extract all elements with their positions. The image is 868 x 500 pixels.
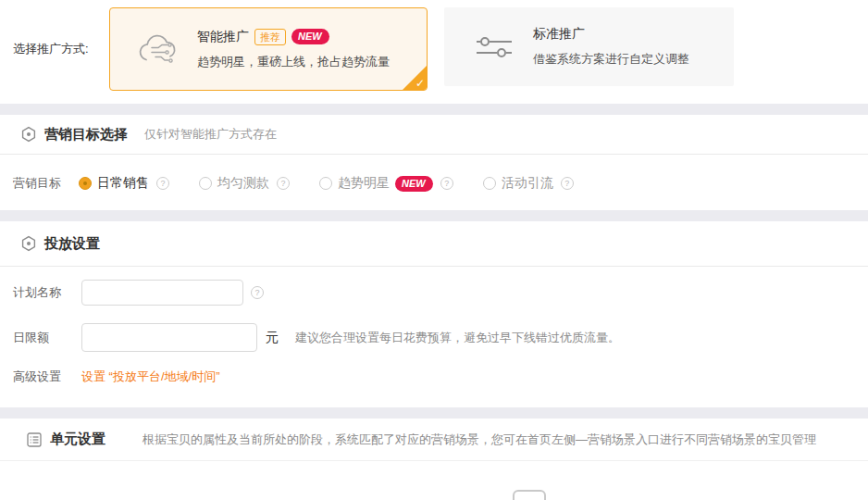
promo-card-smart[interactable]: 智能推广 推荐 NEW 趋势明星，重磅上线，抢占趋势流量 ✓: [109, 7, 428, 91]
check-icon: ✓: [415, 77, 425, 90]
advanced-settings-link[interactable]: 设置 “投放平台/地域/时间”: [81, 369, 220, 385]
smart-card-title: 智能推广: [197, 29, 249, 45]
advanced-settings-row: 高级设置 设置 “投放平台/地域/时间”: [13, 369, 220, 385]
section-divider-band: [0, 104, 868, 115]
campaign-setup-page: 选择推广方式: 智能推广 推荐 NEW 趋势明星，重磅上线，抢占趋势流量 ✓: [0, 0, 868, 500]
promo-method-label: 选择推广方式:: [13, 41, 89, 57]
promo-card-standard[interactable]: 标准推广 借鉴系统方案进行自定义调整: [444, 7, 734, 86]
image-placeholder-partial: [513, 490, 546, 500]
list-icon: [26, 431, 43, 448]
advanced-settings-label: 高级设置: [13, 369, 81, 385]
currency-unit-label: 元: [266, 330, 279, 346]
goal-row-label: 营销目标: [13, 175, 79, 192]
goal-option-event-traffic[interactable]: 活动引流: [483, 175, 574, 192]
delivery-section-title: 投放设置: [44, 235, 100, 253]
goal-section-header: 营销目标选择 仅针对智能推广方式存在: [0, 115, 868, 155]
daily-limit-row: 日限额 元 建议您合理设置每日花费预算，避免过早下线错过优质流量。: [13, 323, 620, 352]
goal-option-daily-sales[interactable]: 日常销售: [79, 175, 169, 192]
radio-selected-icon[interactable]: [79, 177, 92, 190]
radio-icon[interactable]: [319, 177, 332, 190]
plan-name-input[interactable]: [81, 280, 243, 306]
hexagon-target-icon: [20, 126, 37, 143]
new-badge: NEW: [291, 29, 329, 44]
delivery-section-header: 投放设置: [0, 221, 868, 267]
radio-icon[interactable]: [199, 177, 212, 190]
goal-section-note: 仅针对智能推广方式存在: [144, 126, 277, 143]
goal-option-trend-star[interactable]: 趋势明星 NEW: [319, 175, 453, 192]
smart-cloud-icon: [134, 31, 179, 68]
sliders-icon: [474, 33, 515, 61]
daily-limit-hint: 建议您合理设置每日花费预算，避免过早下线错过优质流量。: [295, 330, 620, 346]
plan-name-row: 计划名称: [13, 280, 264, 306]
daily-limit-input[interactable]: [81, 323, 257, 352]
question-circle-icon[interactable]: [156, 177, 169, 190]
question-circle-icon[interactable]: [277, 177, 290, 190]
question-circle-icon[interactable]: [251, 286, 264, 299]
unit-section-header: 单元设置 根据宝贝的属性及当前所处的阶段，系统匹配了对应的营销场景，您可在首页左…: [0, 419, 868, 461]
plan-name-label: 计划名称: [13, 284, 81, 301]
goal-section-title: 营销目标选择: [44, 126, 128, 144]
radio-icon[interactable]: [483, 177, 496, 190]
daily-limit-label: 日限额: [13, 330, 81, 346]
question-circle-icon[interactable]: [440, 177, 453, 190]
hexagon-target-icon: [20, 235, 37, 252]
unit-section-title: 单元设置: [50, 431, 105, 448]
section-divider-band: [0, 407, 868, 419]
new-badge: NEW: [395, 176, 433, 192]
standard-card-subtitle: 借鉴系统方案进行自定义调整: [533, 51, 689, 68]
unit-section-description: 根据宝贝的属性及当前所处的阶段，系统匹配了对应的营销场景，您可在首页左侧—营销场…: [143, 431, 816, 448]
recommend-badge: 推荐: [254, 29, 286, 45]
question-circle-icon[interactable]: [561, 177, 574, 190]
standard-card-title: 标准推广: [533, 26, 585, 43]
smart-card-subtitle: 趋势明星，重磅上线，抢占趋势流量: [197, 54, 390, 70]
goal-option-even-testing[interactable]: 均匀测款: [199, 175, 290, 192]
goal-row: 营销目标 日常销售 均匀测款 趋势明星 NEW 活动引流: [13, 167, 574, 200]
section-divider-band: [0, 210, 868, 221]
